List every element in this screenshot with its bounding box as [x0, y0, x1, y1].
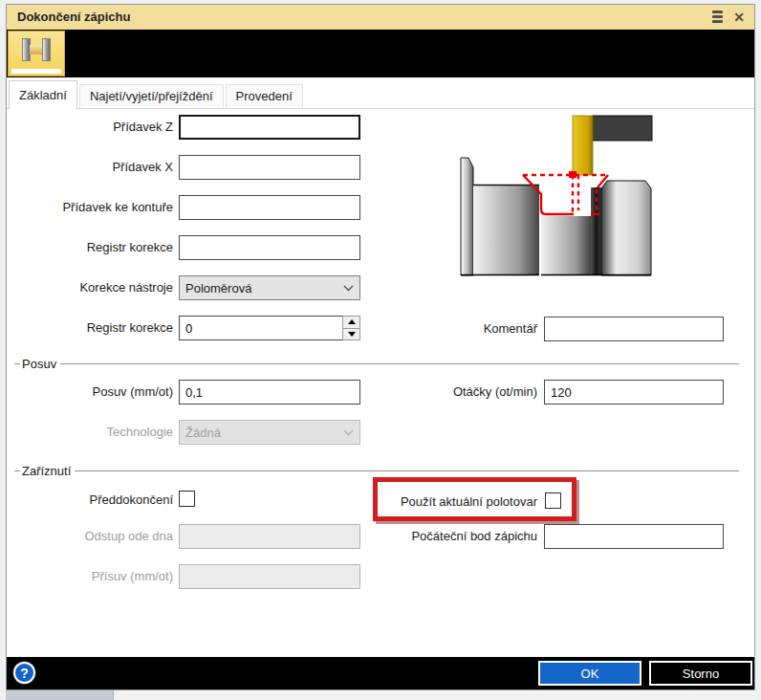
posuv-mm-ot-input[interactable] [179, 380, 360, 405]
tab-strip: Základní Najetí/vyjetí/přejíždění Proved… [7, 77, 754, 109]
registr-korekce-spinner-input[interactable] [179, 316, 342, 340]
background-window-edge [6, 690, 757, 700]
dialog-title: Dokončení zápichu [7, 10, 705, 24]
zariznuti-group-title: Zaříznutí [20, 464, 75, 478]
komentar-input[interactable] [544, 317, 724, 341]
tab-zakladni[interactable]: Základní [9, 80, 77, 109]
question-mark-icon: ? [20, 666, 29, 681]
komentar-label: Komentář [375, 321, 537, 336]
korekce-nastroje-label: Korekce nástroje [9, 280, 173, 295]
list-stack-icon [712, 11, 723, 23]
odstup-ode-dna-label: Odstup ode dna [9, 529, 173, 543]
tab-provedeni[interactable]: Provedení [226, 84, 303, 108]
registr-korekce-spinner [179, 316, 360, 340]
pridavek-z-input[interactable] [179, 115, 360, 140]
selected-tool-tile[interactable] [8, 31, 65, 77]
workpiece-graphic [461, 158, 651, 275]
storno-button[interactable]: Storno [649, 661, 752, 686]
pocatecni-bod-input[interactable] [544, 524, 724, 549]
pridavek-x-input[interactable] [179, 155, 360, 180]
spinner-up-button[interactable] [342, 316, 360, 329]
technologie-label: Technologie [9, 425, 173, 439]
posuv-group-legend: Posuv [14, 357, 739, 371]
pouzit-polotovar-checkbox[interactable] [545, 492, 561, 509]
help-button[interactable]: ? [13, 662, 35, 684]
posuv-mm-ot-label: Posuv (mm/ot) [9, 384, 173, 399]
close-button[interactable]: ✕ [729, 8, 754, 27]
technologie-value: Žádná [185, 426, 343, 440]
groove-preview-illustration [448, 111, 682, 293]
pocatecni-bod-label: Počáteční bod zápichu [375, 529, 537, 543]
pridavek-ke-konture-label: Přídavek ke kontuře [9, 200, 173, 214]
otacky-label: Otáčky (ot/min) [375, 384, 537, 399]
spinner-down-button[interactable] [342, 329, 360, 341]
arrow-up-icon [348, 319, 356, 324]
otacky-input[interactable] [544, 380, 724, 405]
tool-graphic [573, 116, 652, 175]
chevron-down-icon [343, 285, 354, 292]
korekce-nastroje-value: Poloměrová [185, 281, 343, 295]
tab-content-zakladni: Přídavek Z Přídavek X Přídavek ke kontuř… [7, 109, 754, 689]
technologie-select: Žádná [179, 420, 360, 445]
odstup-ode-dna-input [179, 524, 360, 549]
arrow-down-icon [348, 332, 356, 337]
window-menu-icon[interactable] [705, 8, 729, 27]
registr-korekce-input[interactable] [179, 235, 360, 260]
korekce-nastroje-select[interactable]: Poloměrová [179, 275, 360, 300]
posuv-group-title: Posuv [20, 357, 60, 371]
registr-korekce2-label: Registr korekce [9, 320, 173, 335]
grooving-tool-icon [22, 38, 51, 61]
prisuv-input [179, 564, 360, 589]
preddokonceni-label: Předdokončení [9, 492, 173, 507]
footer-bar: ? OK Storno [7, 657, 754, 689]
background-window-segment [6, 690, 114, 700]
pouzit-polotovar-label: Použít aktuální polotovar [380, 494, 537, 509]
zariznuti-group-legend: Zaříznutí [14, 464, 739, 478]
ok-button[interactable]: OK [538, 661, 641, 686]
tab-najeti-vyjeti-prejizdeni[interactable]: Najetí/vyjetí/přejíždění [79, 84, 224, 108]
chevron-down-icon [343, 429, 354, 436]
dialog-dokonceni-zapichu: Dokončení zápichu ✕ Základní Najetí/vyje… [6, 4, 755, 690]
title-bar: Dokončení zápichu ✕ [7, 5, 754, 30]
pridavek-ke-konture-input[interactable] [179, 195, 360, 220]
pridavek-x-label: Přídavek X [9, 160, 173, 174]
close-icon: ✕ [733, 10, 745, 25]
tile-selection-underline [11, 69, 61, 74]
preddokonceni-checkbox[interactable] [179, 491, 195, 507]
pridavek-z-label: Přídavek Z [9, 120, 173, 134]
registr-korekce-label: Registr korekce [9, 240, 173, 254]
tool-banner [7, 30, 754, 77]
prisuv-label: Přísuv (mm/ot) [9, 569, 173, 583]
